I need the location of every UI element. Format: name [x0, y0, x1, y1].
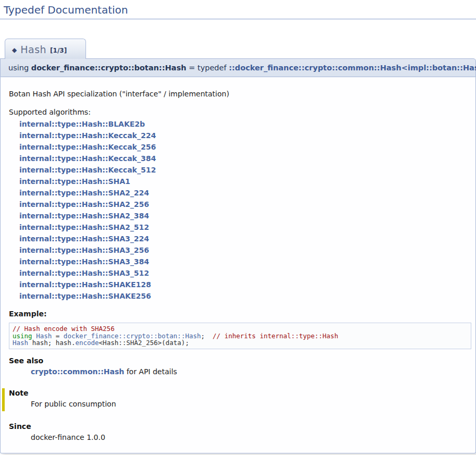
page-title: Typedef Documentation [0, 0, 476, 19]
decl-target-link[interactable]: ::docker_finance::crypto::common::Hash<i… [229, 64, 476, 72]
code-plain: ; [201, 332, 213, 340]
algorithm-list-item: internal::type::Hash::Keccak_384 [19, 153, 472, 164]
code-line: Hash hash; hash.encode<Hash::SHA2_256>(d… [13, 339, 468, 347]
algorithm-link[interactable]: internal::type::Hash::SHA3_512 [19, 269, 149, 277]
algorithm-link[interactable]: internal::type::Hash::SHA2_224 [19, 189, 149, 197]
typedef-documentation-page: Typedef Documentation ◆Hash[1/3] using d… [0, 0, 476, 453]
algorithm-link[interactable]: internal::type::Hash::Keccak_512 [19, 166, 156, 174]
algorithm-list-item: internal::type::Hash::Keccak_224 [19, 130, 472, 141]
algorithm-list-item: internal::type::Hash::SHA2_384 [19, 210, 472, 222]
anchor-diamond-icon[interactable]: ◆ [12, 46, 17, 54]
code-line: // Hash encode with SHA256 [13, 325, 468, 333]
algorithm-link[interactable]: internal::type::Hash::Keccak_384 [19, 154, 156, 163]
algorithm-link[interactable]: internal::type::Hash::BLAKE2b [19, 120, 145, 128]
example-label: Example: [8, 302, 472, 318]
supported-algorithms-label: Supported algorithms: [8, 98, 472, 118]
code-comment: // inherits internal::type::Hash [213, 332, 338, 340]
algorithm-list-item: internal::type::Hash::SHAKE256 [19, 290, 472, 302]
algorithm-link[interactable]: internal::type::Hash::SHA1 [19, 177, 130, 186]
algorithm-list-item: internal::type::Hash::SHA2_224 [19, 187, 472, 199]
see-also-content: crypto::common::Hash for API details [31, 366, 472, 377]
algorithm-list-item: internal::type::Hash::Keccak_256 [19, 141, 472, 153]
algorithm-link[interactable]: internal::type::Hash::Keccak_256 [19, 143, 156, 151]
algorithm-list-item: internal::type::Hash::SHAKE128 [19, 279, 472, 290]
member-tab-name: Hash [20, 44, 46, 55]
algorithm-list-item: internal::type::Hash::SHA2_512 [19, 222, 472, 233]
code-plain: hash; hash. [28, 339, 75, 347]
algorithm-link[interactable]: internal::type::Hash::SHA2_512 [19, 223, 149, 231]
code-symbol-link[interactable]: encode [75, 339, 99, 347]
member-item: using docker_finance::crypto::botan::Has… [0, 58, 476, 453]
code-plain: <Hash::SHA2_256>(data); [99, 339, 189, 347]
note-text: For public consumption [31, 399, 472, 409]
code-example-block: // Hash encode with SHA256using Hash = d… [9, 323, 471, 349]
algorithm-link[interactable]: internal::type::Hash::SHA3_384 [19, 257, 149, 266]
algorithm-link[interactable]: internal::type::Hash::Keccak_224 [19, 131, 156, 140]
algorithm-list-item: internal::type::Hash::SHA3_256 [19, 244, 472, 256]
algorithm-list-item: internal::type::Hash::SHA1 [19, 176, 472, 187]
algorithm-link[interactable]: internal::type::Hash::SHA3_256 [19, 246, 149, 254]
decl-typedef-name: docker_finance::crypto::botan::Hash [31, 64, 187, 72]
decl-connector: = typedef [186, 64, 229, 72]
algorithm-link[interactable]: internal::type::Hash::SHA2_384 [19, 212, 149, 220]
algorithm-list-item: internal::type::Hash::SHA3_224 [19, 233, 472, 244]
see-also-suffix: for API details [124, 367, 177, 376]
since-text: docker-finance 1.0.0 [31, 432, 472, 442]
algorithm-link[interactable]: internal::type::Hash::SHA3_224 [19, 235, 149, 243]
algorithm-list-item: internal::type::Hash::SHA3_384 [19, 256, 472, 267]
code-symbol-link[interactable]: Hash [13, 339, 28, 347]
decl-using-keyword: using [8, 64, 31, 72]
since-section: Since docker-finance 1.0.0 [8, 422, 472, 442]
see-also-section: See also crypto::common::Hash for API de… [8, 356, 472, 377]
algorithm-list-item: internal::type::Hash::SHA3_512 [19, 267, 472, 279]
algorithm-link[interactable]: internal::type::Hash::SHA2_256 [19, 200, 149, 208]
algorithm-list-item: internal::type::Hash::Keccak_512 [19, 164, 472, 176]
member-tab: ◆Hash[1/3] [5, 39, 86, 59]
member-doc: Botan Hash API specialization ("interfac… [0, 77, 476, 453]
code-line: using Hash = docker_finance::crypto::bot… [13, 333, 468, 340]
algorithm-list-item: internal::type::Hash::BLAKE2b [19, 118, 472, 130]
see-also-link[interactable]: crypto::common::Hash [31, 367, 124, 376]
algorithm-list-item: internal::type::Hash::SHA2_256 [19, 199, 472, 210]
see-also-label: See also [8, 356, 472, 365]
brief-description: Botan Hash API specialization ("interfac… [8, 78, 472, 98]
member-tab-overload: [1/3] [50, 47, 67, 54]
algorithm-link[interactable]: internal::type::Hash::SHAKE128 [19, 280, 151, 289]
member-block: ◆Hash[1/3] using docker_finance::crypto:… [0, 19, 476, 453]
since-label: Since [8, 422, 472, 431]
note-section: Note For public consumption [2, 388, 472, 411]
note-label: Note [8, 389, 472, 397]
member-prototype: using docker_finance::crypto::botan::Has… [0, 58, 476, 77]
algorithm-list: internal::type::Hash::BLAKE2binternal::t… [19, 118, 472, 302]
algorithm-link[interactable]: internal::type::Hash::SHAKE256 [19, 292, 151, 300]
